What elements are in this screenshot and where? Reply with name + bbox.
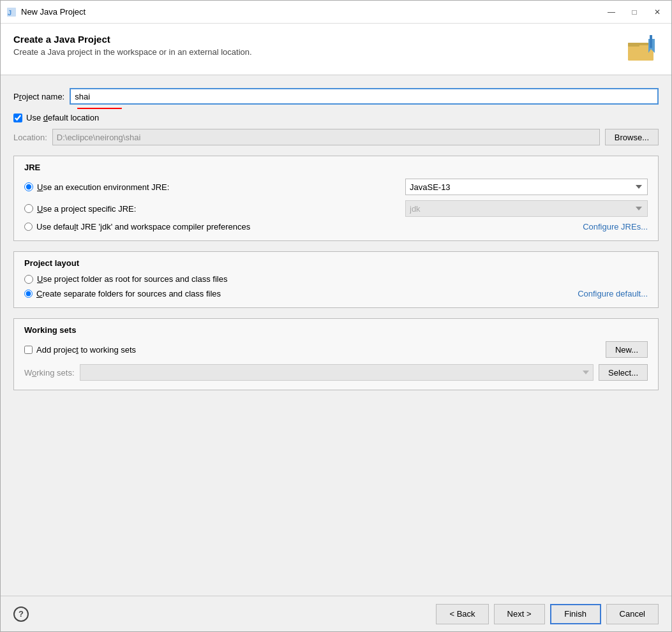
jre-option1-row: Use an execution environment JRE: JavaSE… [24, 179, 648, 195]
add-working-sets-label[interactable]: Add project to working sets [36, 345, 606, 355]
jre-option2-label: Use a project specific JRE: [37, 204, 399, 214]
working-sets-combo [80, 364, 594, 381]
project-layout-section: Project layout Use project folder as roo… [13, 251, 659, 308]
layout-option1-row: Use project folder as root for sources a… [24, 274, 648, 284]
window-controls: — □ ✕ [602, 5, 666, 19]
project-name-label: Project name: [13, 92, 64, 101]
jre-option3-radio[interactable] [24, 223, 33, 231]
jre-option1-label: Use an execution environment JRE: [37, 182, 399, 192]
minimize-button[interactable]: — [602, 5, 620, 19]
select-working-sets-button[interactable]: Select... [599, 364, 648, 381]
svg-rect-6 [650, 35, 652, 48]
working-sets-section: Working sets Add project to working sets… [13, 318, 659, 390]
new-working-set-button[interactable]: New... [606, 341, 648, 358]
header-text: Create a Java Project Create a Java proj… [13, 34, 252, 57]
location-row: Location: Browse... [13, 129, 659, 145]
configure-jres-link[interactable]: Configure JREs... [583, 222, 648, 231]
project-name-input[interactable] [70, 88, 659, 105]
red-underline-annotation [77, 107, 122, 109]
help-button[interactable]: ? [13, 606, 29, 622]
dialog-title: Create a Java Project [13, 34, 252, 45]
jre-specific-select: jdk [405, 200, 648, 217]
dialog-body: Project name: Use default location Locat… [1, 75, 671, 596]
project-layout-title: Project layout [24, 258, 648, 268]
jre-option3-label: Use default JRE 'jdk' and workspace comp… [36, 222, 583, 231]
jre-environment-select[interactable]: JavaSE-13 JavaSE-11 JavaSE-8 [405, 179, 648, 195]
layout-option2-row: Create separate folders for sources and … [24, 289, 648, 298]
layout-option2-label: Create separate folders for sources and … [36, 289, 578, 298]
jre-section: JRE Use an execution environment JRE: Ja… [13, 156, 659, 241]
use-default-location-row: Use default location [13, 113, 659, 122]
finish-button[interactable]: Finish [550, 604, 601, 624]
next-button[interactable]: Next > [494, 604, 545, 624]
project-name-row: Project name: [13, 88, 659, 105]
use-default-location-checkbox[interactable] [13, 114, 22, 122]
jre-section-title: JRE [24, 163, 648, 172]
layout-option1-label: Use project folder as root for sources a… [37, 274, 648, 284]
jre-option3-row: Use default JRE 'jdk' and workspace comp… [24, 222, 648, 231]
footer-buttons: < Back Next > Finish Cancel [436, 604, 659, 624]
add-to-working-sets-row: Add project to working sets New... [24, 341, 648, 358]
back-button[interactable]: < Back [436, 604, 488, 624]
maximize-button[interactable]: □ [625, 5, 643, 19]
jre-option2-row: Use a project specific JRE: jdk [24, 200, 648, 217]
location-input[interactable] [52, 129, 600, 145]
dialog-header: Create a Java Project Create a Java proj… [1, 24, 671, 75]
location-label: Location: [13, 133, 47, 142]
cancel-button[interactable]: Cancel [606, 604, 659, 624]
close-button[interactable]: ✕ [648, 5, 666, 19]
use-default-location-label[interactable]: Use default location [26, 113, 99, 122]
working-sets-label: Working sets: [24, 368, 75, 378]
dialog-subtitle: Create a Java project in the workspace o… [13, 47, 252, 57]
window-icon: J [6, 6, 17, 18]
title-bar: J New Java Project — □ ✕ [1, 1, 671, 24]
configure-default-link[interactable]: Configure default... [578, 289, 648, 298]
browse-button[interactable]: Browse... [605, 129, 659, 145]
dialog-footer: ? < Back Next > Finish Cancel [1, 596, 671, 631]
svg-text:J: J [8, 9, 11, 17]
window-title: New Java Project [21, 7, 602, 17]
layout-option1-radio[interactable] [24, 275, 33, 284]
main-window: J New Java Project — □ ✕ Create a Java P… [0, 0, 672, 632]
layout-option2-radio[interactable] [24, 290, 33, 298]
header-icon [627, 34, 659, 66]
add-working-sets-checkbox[interactable] [24, 346, 33, 354]
svg-rect-4 [628, 43, 639, 47]
working-sets-input-row: Working sets: Select... [24, 364, 648, 381]
working-sets-title: Working sets [24, 325, 648, 335]
jre-option2-radio[interactable] [24, 204, 33, 213]
jre-option1-radio[interactable] [24, 182, 33, 191]
